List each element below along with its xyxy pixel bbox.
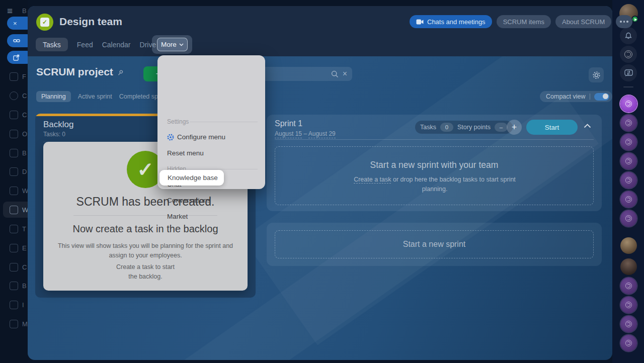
sidebar-partial-label: C — [22, 111, 27, 119]
tab-more[interactable]: More — [157, 38, 188, 51]
page-icon[interactable] — [10, 130, 18, 138]
channel-avatar[interactable] — [620, 297, 637, 313]
gear-icon — [592, 71, 601, 79]
channel-avatar[interactable] — [620, 210, 637, 227]
channel-avatar[interactable] — [620, 172, 637, 189]
menu-item-label: Conversations — [167, 197, 210, 204]
doc-icon[interactable] — [10, 72, 18, 81]
sprint-start-date[interactable]: August 15 — [275, 130, 302, 138]
page-title: SCRUM project — [36, 66, 113, 78]
divider — [275, 139, 594, 140]
start-sprint-button[interactable]: Start — [526, 120, 578, 135]
copilot-button[interactable] — [620, 46, 637, 63]
tab-active-sprint[interactable]: Active sprint — [78, 93, 112, 100]
dropzone-subtitle-rest: or drop here the backlog tasks to start … — [391, 176, 515, 193]
link-icon — [13, 38, 20, 43]
tab-feed[interactable]: Feed — [77, 41, 93, 49]
compact-view-toggle[interactable] — [594, 93, 609, 101]
card-heading: SCRUM has been created. — [43, 195, 248, 209]
hamburger-menu-icon[interactable]: ≡ — [7, 6, 13, 16]
menu-item-reset-menu[interactable]: Reset menu — [167, 149, 204, 157]
tray-icon[interactable] — [10, 167, 18, 176]
sprint-date-range[interactable]: August 15 – August 29 — [275, 130, 336, 137]
card-paragraph-line: Create a task to start — [116, 263, 175, 270]
sidebar-partial-label: B — [22, 7, 27, 15]
create-task-link[interactable]: Create a task — [354, 176, 391, 184]
people-icon[interactable] — [10, 206, 18, 214]
tab-tasks[interactable]: Tasks — [36, 38, 68, 51]
menu-item-market[interactable]: Market — [167, 213, 188, 220]
menu-item-label: Configure menu — [177, 133, 225, 141]
external-link-icon — [13, 54, 20, 61]
button-label: Chats and meetings — [427, 18, 486, 26]
sidebar-partial-label: C — [22, 263, 27, 271]
menu-item-configure-menu[interactable]: Configure menu — [167, 133, 225, 141]
antenna-icon[interactable] — [10, 263, 18, 271]
image-icon[interactable] — [10, 282, 18, 290]
backlog-title: Backlog — [43, 120, 73, 130]
more-actions-button[interactable] — [616, 15, 632, 28]
sidebar-partial-label: O — [22, 130, 27, 138]
user-avatar[interactable] — [620, 258, 637, 275]
sidebar-partial-label: F — [22, 73, 26, 80]
messenger-sync-button[interactable] — [620, 64, 637, 81]
chats-and-meetings-button[interactable]: Chats and meetings — [410, 15, 492, 28]
channel-avatar[interactable] — [620, 115, 637, 131]
bell-icon — [624, 32, 632, 40]
menu-item-conversations[interactable]: Conversations — [167, 197, 210, 204]
board-icon[interactable] — [10, 149, 18, 157]
sprint-add-button[interactable]: + — [507, 120, 522, 135]
sidebar-partial-label: I — [22, 301, 24, 309]
workspace-title: Design team — [59, 16, 122, 28]
channel-avatar[interactable] — [620, 134, 637, 150]
channel-avatar[interactable] — [620, 191, 637, 208]
toggle-knob — [603, 94, 608, 99]
menu-item-knowledge-base[interactable]: Knowledge base — [159, 170, 224, 186]
folder-icon[interactable] — [10, 301, 18, 309]
channel-avatar[interactable] — [620, 278, 637, 294]
sprint-dropzone[interactable]: Start a new sprint with your team Create… — [275, 146, 594, 205]
sprint-title[interactable]: Sprint 1 — [275, 119, 302, 128]
start-new-sprint-dropzone[interactable]: Start a new sprint — [275, 230, 594, 258]
tab-calendar[interactable]: Calendar — [102, 41, 131, 49]
workspace-avatar[interactable]: ✓ — [36, 14, 53, 31]
ring-icon[interactable] — [10, 92, 18, 100]
spiral-icon — [625, 196, 632, 203]
sprint-stats: Tasks 0 Story points – — [415, 121, 513, 134]
video-camera-icon — [416, 19, 424, 25]
clear-search-icon[interactable]: × — [343, 69, 347, 78]
channel-avatar[interactable] — [620, 335, 637, 351]
monitor-icon[interactable] — [10, 244, 18, 252]
dropzone-title: Start a new sprint with your team — [275, 160, 593, 170]
scrum-settings-button[interactable] — [589, 67, 604, 82]
chevron-up-icon[interactable] — [584, 124, 591, 128]
button-label: About SCRUM — [562, 18, 605, 26]
chat-sync-icon — [624, 69, 633, 77]
spiral-icon — [624, 50, 632, 58]
left-sidebar: ≡ B × F C C O B D W W T E C B I — [0, 0, 28, 363]
tab-label: More — [161, 41, 177, 48]
scrum-view-tabs: Planning Active sprint Completed sprints — [36, 91, 170, 102]
scrum-items-button[interactable]: SCRUM items — [497, 15, 551, 28]
group-icon[interactable] — [10, 320, 18, 328]
sprint-end-date[interactable]: August 29 — [308, 130, 336, 138]
channel-avatar[interactable] — [620, 96, 637, 112]
spiral-icon — [625, 321, 632, 327]
tab-planning[interactable]: Planning — [36, 91, 71, 102]
search-icon[interactable] — [331, 70, 339, 78]
tasks-stat-label: Tasks — [420, 124, 436, 131]
calendar-icon[interactable] — [10, 111, 18, 119]
tasks-stat-value: 0 — [440, 123, 453, 132]
user-avatar[interactable] — [620, 237, 637, 254]
channel-avatar[interactable] — [620, 316, 637, 332]
check-square-icon[interactable] — [10, 225, 18, 233]
channel-avatar[interactable] — [620, 153, 637, 169]
notifications-button[interactable] — [620, 27, 637, 44]
mail-icon[interactable] — [10, 187, 18, 195]
ellipsis-icon — [620, 21, 622, 23]
about-scrum-button[interactable]: About SCRUM — [555, 15, 611, 28]
sidebar-partial-label: B — [22, 282, 27, 290]
spiral-icon — [625, 101, 632, 107]
pin-icon[interactable] — [117, 69, 124, 76]
sidebar-partial-label: C — [22, 92, 27, 100]
